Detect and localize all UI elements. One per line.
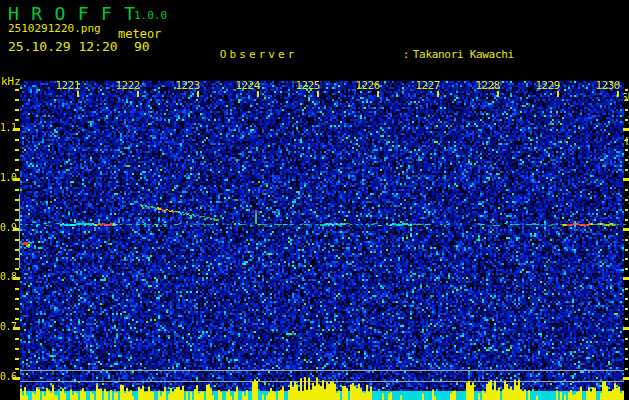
info-separator: : xyxy=(403,48,413,62)
y-axis-label: 0.6 xyxy=(0,371,13,382)
x-axis-label: 1221 xyxy=(40,79,80,92)
x-axis-label: 1225 xyxy=(280,79,320,92)
x-axis-label: 1223 xyxy=(160,79,200,92)
x-axis-label: 1224 xyxy=(220,79,260,92)
x-axis-label: 1229 xyxy=(520,79,560,92)
x-axis-label: 1222 xyxy=(100,79,140,92)
output-filename: 2510291220.png xyxy=(8,22,101,35)
info-label: Observer xyxy=(220,48,403,62)
hrofft-window: HROFFT 1.0.0 2510291220.png meteor 25.10… xyxy=(0,0,629,400)
y-axis-label: 1.0 xyxy=(0,172,13,183)
x-axis-label: 1227 xyxy=(400,79,440,92)
app-version: 1.0.0 xyxy=(134,9,167,22)
info-value: Takanori Kawachi xyxy=(413,48,514,62)
spectrogram-canvas xyxy=(0,75,629,400)
info-row-observer: Observer:Takanori Kawachi xyxy=(180,34,629,48)
x-axis-label: 1230 xyxy=(580,79,620,92)
x-axis-label: 1226 xyxy=(340,79,380,92)
y-axis-label: 0.8 xyxy=(0,271,13,282)
y-axis-label: 0.7 xyxy=(0,321,13,332)
app-title: HROFFT xyxy=(8,3,147,24)
echo-count: 90 xyxy=(134,39,150,54)
x-axis-label: 1228 xyxy=(460,79,500,92)
y-axis-label: 1.1 xyxy=(0,122,13,133)
observation-datetime: 25.10.29 12:20 xyxy=(8,39,118,54)
y-axis-unit-label: kHz xyxy=(1,75,21,88)
y-axis-label: 0.9 xyxy=(0,222,13,233)
